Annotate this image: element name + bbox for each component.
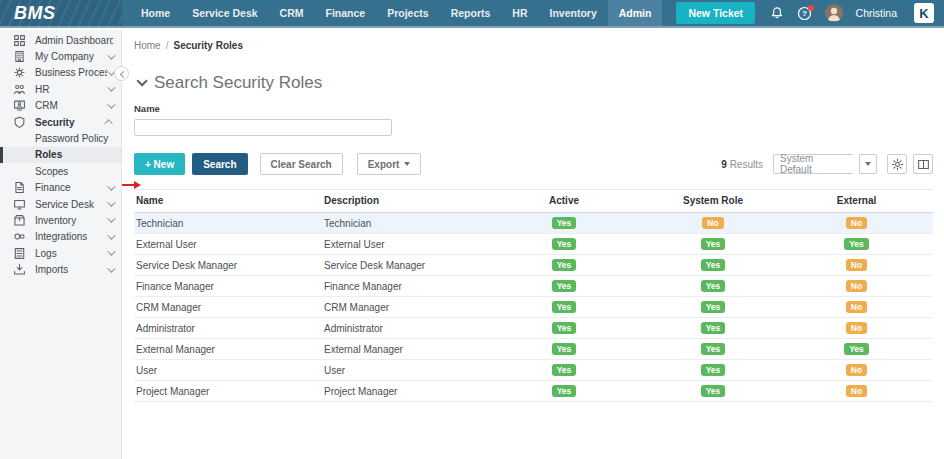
active-badge: Yes (552, 301, 577, 314)
table-row[interactable]: Service Desk Manager Service Desk Manage… (134, 255, 933, 276)
process-icon (13, 66, 26, 79)
notifications-bell-icon[interactable] (770, 6, 784, 20)
sidebar-item-label: Integrations (35, 231, 107, 242)
column-header-external[interactable]: External (780, 190, 933, 213)
sidebar-item-security[interactable]: Security (0, 114, 121, 130)
breadcrumb-current: Security Roles (173, 40, 242, 51)
nav-item-service-desk[interactable]: Service Desk (181, 0, 268, 26)
search-button[interactable]: Search (192, 153, 247, 175)
hr-icon (13, 83, 26, 96)
column-chooser-icon[interactable] (913, 154, 933, 174)
table-row[interactable]: CRM Manager CRM Manager Yes Yes No (134, 297, 933, 318)
nav-item-admin[interactable]: Admin (608, 0, 663, 26)
view-selector[interactable]: System Default (773, 154, 853, 174)
nav-item-hr[interactable]: HR (501, 0, 538, 26)
toolbar-right: 9 Results System Default (721, 154, 933, 174)
nav-item-reports[interactable]: Reports (440, 0, 502, 26)
sidebar-item-service-desk[interactable]: Service Desk (0, 196, 121, 212)
role-name-cell[interactable]: CRM Manager (134, 297, 322, 318)
active-badge: Yes (552, 385, 577, 398)
system-role-badge: Yes (701, 238, 726, 251)
active-badge: Yes (552, 364, 577, 377)
clear-search-button[interactable]: Clear Search (260, 153, 343, 175)
role-name-cell[interactable]: User (134, 360, 322, 381)
role-description-cell: User (322, 360, 482, 381)
sidebar-subitem-label: Password Policy (35, 133, 113, 144)
system-role-badge: Yes (701, 364, 726, 377)
sidebar-subitem-roles[interactable]: Roles (0, 147, 121, 163)
sidebar-item-my-company[interactable]: My Company (0, 48, 121, 64)
logs-icon (13, 247, 26, 260)
name-search-input[interactable] (134, 119, 392, 136)
new-ticket-button[interactable]: New Ticket (676, 2, 755, 24)
external-badge: No (846, 280, 867, 293)
chevron-down-icon (107, 51, 115, 59)
chevron-down-icon (107, 215, 115, 223)
view-selector-caret-icon[interactable] (859, 154, 877, 174)
role-name-cell[interactable]: Technician (134, 213, 322, 234)
sidebar-item-integrations[interactable]: Integrations (0, 229, 121, 245)
breadcrumb-home[interactable]: Home (134, 40, 161, 51)
table-row[interactable]: External Manager External Manager Yes Ye… (134, 339, 933, 360)
table-row[interactable]: Finance Manager Finance Manager Yes Yes … (134, 276, 933, 297)
company-icon (13, 50, 26, 63)
sidebar-item-logs[interactable]: Logs (0, 245, 121, 261)
sidebar-item-hr[interactable]: HR (0, 81, 121, 97)
role-name-cell[interactable]: Finance Manager (134, 276, 322, 297)
table-header-row: Name Description Active System Role Exte… (134, 190, 933, 213)
caret-down-icon (404, 162, 410, 166)
user-name[interactable]: Christina (856, 7, 897, 19)
help-icon[interactable]: ? (797, 6, 812, 21)
logo-zone: BMS (0, 0, 122, 26)
imports-icon (13, 263, 26, 276)
system-role-badge: No (702, 217, 723, 230)
sidebar-item-crm[interactable]: CRM (0, 98, 121, 114)
export-button[interactable]: Export (357, 153, 422, 175)
sidebar-collapse-button[interactable] (114, 66, 129, 81)
role-name-cell[interactable]: External Manager (134, 339, 322, 360)
nav-item-projects[interactable]: Projects (376, 0, 439, 26)
role-name-cell[interactable]: Service Desk Manager (134, 255, 322, 276)
column-header-description[interactable]: Description (322, 190, 482, 213)
column-header-system-role[interactable]: System Role (646, 190, 780, 213)
active-badge: Yes (552, 259, 577, 272)
nav-item-crm[interactable]: CRM (269, 0, 315, 26)
sidebar-item-finance[interactable]: Finance (0, 180, 121, 196)
table-row[interactable]: User User Yes Yes No (134, 360, 933, 381)
kaseya-brand-icon[interactable]: K (914, 3, 934, 23)
active-badge: Yes (552, 280, 577, 293)
nav-item-finance[interactable]: Finance (315, 0, 377, 26)
sidebar-item-inventory[interactable]: Inventory (0, 212, 121, 228)
column-header-active[interactable]: Active (482, 190, 646, 213)
integrations-icon (13, 230, 26, 243)
new-button[interactable]: + New (134, 153, 185, 175)
sidebar-subitem-password-policy[interactable]: Password Policy (0, 130, 121, 146)
chevron-down-icon (107, 248, 115, 256)
role-name-cell[interactable]: Administrator (134, 318, 322, 339)
table-row[interactable]: Administrator Administrator Yes Yes No (134, 318, 933, 339)
collapse-panel-chevron-icon[interactable] (136, 75, 147, 86)
role-name-cell[interactable]: Project Manager (134, 381, 322, 402)
external-badge: No (846, 322, 867, 335)
column-header-name[interactable]: Name (134, 190, 322, 213)
nav-item-inventory[interactable]: Inventory (538, 0, 607, 26)
user-avatar[interactable] (825, 4, 843, 22)
settings-gear-icon[interactable] (887, 154, 907, 174)
role-name-cell[interactable]: External User (134, 234, 322, 255)
sidebar-item-imports[interactable]: Imports (0, 261, 121, 277)
sidebar-item-business-process[interactable]: Business Process (0, 65, 121, 81)
table-row[interactable]: Technician Technician Yes No No (134, 213, 933, 234)
sidebar-item-admin-dashboard[interactable]: Admin Dashboard (0, 32, 121, 48)
export-button-label: Export (368, 159, 400, 170)
main-nav: HomeService DeskCRMFinanceProjectsReport… (130, 0, 662, 26)
sidebar-subitem-scopes[interactable]: Scopes (0, 163, 121, 179)
table-row[interactable]: External User External User Yes Yes Yes (134, 234, 933, 255)
role-description-cell: Administrator (322, 318, 482, 339)
chevron-down-icon (107, 84, 115, 92)
external-badge: Yes (844, 343, 869, 356)
nav-item-home[interactable]: Home (130, 0, 181, 26)
toolbar: + New Search Clear Search Export 9 Resul… (134, 153, 933, 175)
table-row[interactable]: Project Manager Project Manager Yes Yes … (134, 381, 933, 402)
external-badge: No (846, 385, 867, 398)
role-description-cell: Finance Manager (322, 276, 482, 297)
